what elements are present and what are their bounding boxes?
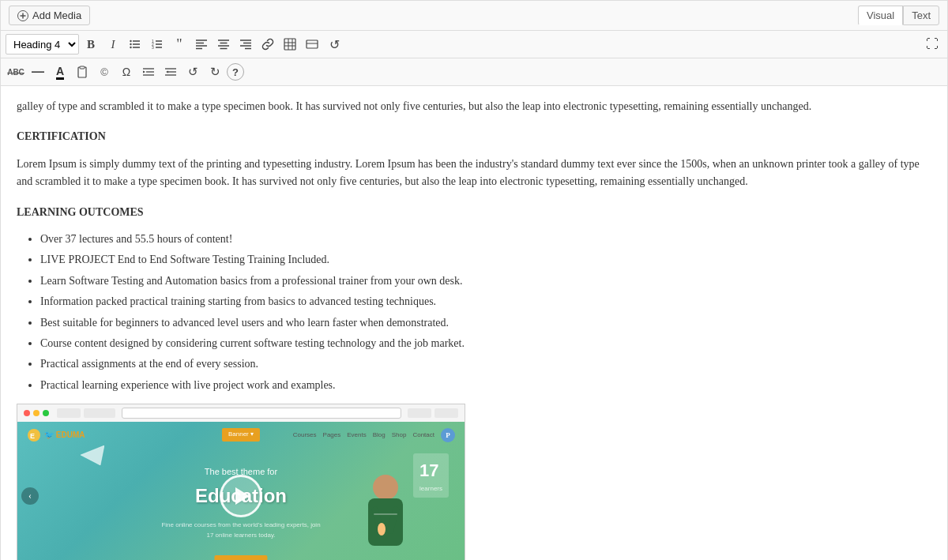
bullet-list: Over 37 lectures and 55.5 hours of conte… [40, 231, 931, 394]
toolbar-row-2: ABC — A © Ω ↺ ↻ ? [1, 58, 947, 86]
italic-button[interactable]: I [103, 34, 123, 54]
insert-link-button[interactable] [258, 34, 278, 54]
align-left-icon [195, 38, 208, 51]
svg-rect-49 [374, 513, 397, 515]
blockquote-button[interactable]: " [169, 34, 190, 54]
video-content-area: E 🐦 EDUMA Courses Pages Events Blog Shop… [17, 422, 465, 560]
insert-table-button[interactable] [280, 34, 300, 54]
svg-point-7 [130, 43, 131, 45]
link-icon [261, 38, 274, 51]
number-badge: 17 learners [413, 453, 449, 498]
svg-rect-32 [307, 40, 318, 48]
omega-button[interactable]: Ω [116, 62, 137, 82]
unordered-list-button[interactable] [125, 34, 145, 54]
fullscreen-button[interactable]: ⛶ [922, 34, 942, 54]
nav-items: Courses Pages Events Blog Shop Contact P [293, 428, 455, 442]
prev-slide-button[interactable]: ‹ [21, 487, 39, 505]
list-item: Practical learning experience with live … [40, 377, 931, 394]
play-icon [235, 487, 250, 505]
align-right-button[interactable] [235, 34, 256, 54]
indent-button[interactable] [138, 62, 159, 82]
svg-point-48 [378, 523, 386, 536]
strikethrough-button[interactable]: ABC [6, 62, 26, 82]
indent-icon [142, 66, 155, 78]
svg-point-8 [130, 47, 131, 48]
redo-button[interactable]: ↻ [205, 62, 225, 82]
editor-content[interactable]: galley of type and scrambled it to make … [1, 86, 947, 560]
list-item: Best suitable for beginners to advanced … [40, 314, 931, 332]
text-color-button[interactable]: A [50, 62, 70, 82]
special-char-button[interactable]: © [94, 62, 115, 82]
undo-btn2[interactable]: ↺ [182, 62, 203, 82]
list-item: Practical assignments at the end of ever… [40, 355, 931, 373]
ul-icon [129, 38, 141, 51]
browser-bar [17, 404, 465, 422]
svg-rect-27 [284, 39, 295, 50]
person-figure [354, 470, 417, 560]
top-bar: Add Media Visual Text [1, 1, 947, 31]
outdent-icon [164, 66, 177, 78]
outdent-button[interactable] [160, 62, 181, 82]
text-view-button[interactable]: Text [903, 6, 939, 25]
align-center-button[interactable] [213, 34, 234, 54]
ol-icon: 123 [151, 38, 164, 51]
more-options-button[interactable] [302, 34, 322, 54]
heading-select[interactable]: Heading 4 Paragraph Heading 1 Heading 2 … [6, 34, 79, 54]
learning-heading: LEARNING OUTCOMES [17, 204, 931, 221]
more-icon [306, 38, 318, 51]
certification-heading: CERTIFICATION [17, 128, 931, 145]
eduma-logo: E 🐦 EDUMA [27, 428, 85, 442]
align-left-button[interactable] [191, 34, 212, 54]
table-icon [284, 38, 296, 51]
banner-nav: Banner ▾ [222, 428, 260, 442]
align-right-icon [239, 38, 252, 51]
certification-text: Lorem Ipsum is simply dummy text of the … [17, 156, 931, 191]
plus-icon [17, 10, 28, 21]
help-button[interactable]: ? [227, 63, 244, 81]
add-media-button[interactable]: Add Media [9, 6, 90, 25]
list-item: Learn Software Testing and Automation ba… [40, 272, 931, 290]
list-item: Information packed practical training st… [40, 293, 931, 310]
svg-point-6 [130, 40, 131, 42]
list-item: Course content designed by considering c… [40, 335, 931, 352]
intro-text: galley of type and scrambled it to make … [17, 98, 931, 115]
toolbar-row-1: Heading 4 Paragraph Heading 1 Heading 2 … [1, 31, 947, 58]
editor-container: Add Media Visual Text Heading 4 Paragrap… [0, 0, 948, 560]
ordered-list-button[interactable]: 123 [147, 34, 167, 54]
paste-as-text-button[interactable] [72, 62, 92, 82]
visual-view-button[interactable]: Visual [858, 6, 903, 25]
svg-text:3: 3 [152, 45, 154, 50]
bold-button[interactable]: B [81, 34, 101, 54]
svg-rect-45 [368, 498, 403, 546]
svg-marker-50 [81, 445, 104, 465]
svg-text:E: E [30, 432, 35, 440]
video-player[interactable]: E 🐦 EDUMA Courses Pages Events Blog Shop… [17, 404, 465, 560]
paper-plane [81, 445, 104, 471]
view-toggle: Visual Text [858, 6, 939, 25]
horizontal-rule-button[interactable]: — [28, 62, 48, 82]
svg-point-44 [373, 475, 398, 500]
list-item: LIVE PROJECT End to End Software Testing… [40, 251, 931, 269]
play-button[interactable] [220, 475, 262, 517]
list-item: Over 37 lectures and 55.5 hours of conte… [40, 231, 931, 248]
svg-rect-35 [80, 66, 85, 69]
undo-button[interactable]: ↺ [324, 34, 344, 54]
align-center-icon [217, 38, 230, 51]
paste-icon [76, 66, 88, 78]
